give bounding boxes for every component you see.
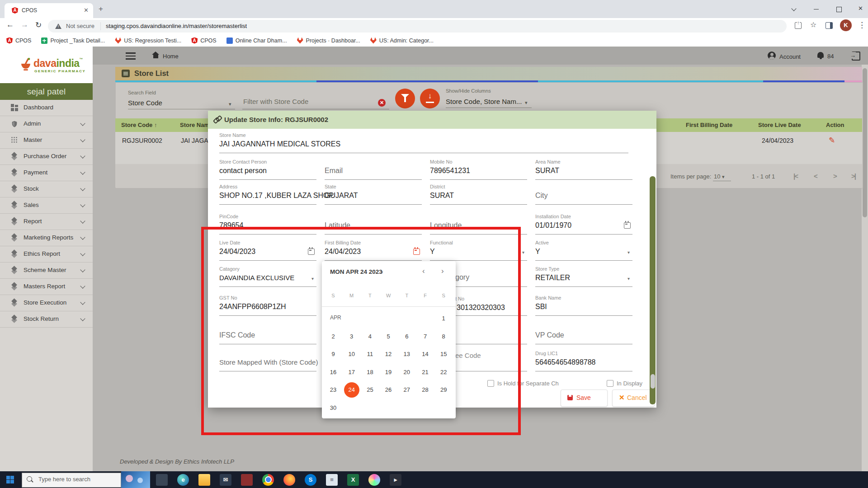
taskbar-icon-edge[interactable]: e — [177, 474, 189, 486]
column-store-live-date[interactable]: Store Live Date — [758, 118, 801, 132]
next-page-icon[interactable]: > — [833, 172, 836, 180]
filter-button[interactable] — [395, 89, 415, 108]
field-area-name[interactable]: Area Name SURAT — [535, 159, 632, 180]
minimize-button[interactable] — [814, 9, 819, 9]
sidebar-item-purchase-order[interactable]: Purchase Order — [0, 149, 93, 165]
field-district[interactable]: District SURAT — [430, 184, 527, 205]
taskbar-search-input[interactable] — [38, 475, 118, 483]
field-installation-date[interactable]: Installation Date 01/01/1970 — [535, 214, 632, 235]
address-bar[interactable]: ! Not secure staging.cpos.davaindiaonlin… — [48, 20, 787, 33]
edit-pencil-icon[interactable]: ✎ — [829, 132, 835, 149]
taskbar-icon-app-red[interactable] — [241, 474, 253, 486]
tab-close-icon[interactable]: ✕ — [84, 7, 89, 14]
taskbar-icon-tool[interactable]: ▸ — [390, 474, 401, 486]
sidebar-item-stock-return[interactable]: Stock Return — [0, 311, 93, 328]
taskbar-icon-firefox[interactable] — [283, 474, 295, 486]
prev-page-icon[interactable]: < — [814, 172, 817, 180]
browser-menu-icon[interactable]: ⋮ — [858, 20, 866, 30]
column-first-billing-date[interactable]: First Billing Date — [686, 118, 732, 132]
show-hide-columns-select[interactable]: Store Code, Store Nam... — [446, 98, 522, 105]
close-window-button[interactable]: ✕ — [858, 5, 863, 12]
taskbar-icon-chrome[interactable] — [262, 474, 274, 486]
taskbar-icon-mail[interactable]: ✉ — [220, 474, 231, 486]
taskbar-icon-sphere[interactable] — [368, 474, 380, 486]
taskbar-icon-task-view[interactable] — [156, 474, 168, 486]
back-button[interactable]: ← — [6, 20, 14, 29]
bookmark-item[interactable]: US: Regression Testi... — [115, 38, 181, 44]
cancel-button[interactable]: ✕ Cancel — [612, 389, 655, 407]
notifications-bell-icon[interactable] — [817, 52, 824, 58]
bookmark-item[interactable]: US: Admin: Categor... — [370, 38, 434, 44]
logout-icon[interactable] — [852, 52, 860, 61]
modal-scrollbar-track[interactable] — [650, 176, 656, 404]
side-panel-icon[interactable] — [826, 22, 833, 29]
sidebar-item-sales[interactable]: Sales — [0, 197, 93, 214]
sidebar-item-report[interactable]: Report — [0, 214, 93, 230]
chevron-down-icon[interactable]: ▾ — [627, 250, 630, 255]
home-icon[interactable] — [152, 52, 159, 59]
field-drug-lic1[interactable]: Drug LIC1 564654654898788 — [535, 351, 632, 371]
sidebar-item-admin[interactable]: Admin — [0, 116, 93, 132]
field-store-type[interactable]: Store Type RETAILER ▾ — [535, 266, 632, 287]
last-page-icon[interactable]: >| — [851, 172, 855, 180]
checkbox-in-display[interactable] — [607, 380, 613, 387]
browser-avatar[interactable]: K — [840, 19, 852, 31]
home-label[interactable]: Home — [163, 53, 179, 60]
account-icon[interactable] — [768, 52, 776, 60]
chevron-down-icon[interactable]: ▾ — [229, 101, 231, 107]
taskbar-icon-notepad[interactable]: ≡ — [326, 474, 338, 486]
bookmark-item[interactable]: Projects · Dashboar... — [297, 38, 360, 44]
sidebar-item-masters-report[interactable]: Masters Report — [0, 279, 93, 295]
forward-button[interactable]: → — [21, 20, 28, 29]
save-button[interactable]: Save — [561, 389, 608, 407]
taskbar-search[interactable] — [22, 473, 121, 488]
field-state[interactable]: State GUJARAT — [325, 184, 422, 205]
sidebar-item-store-execution[interactable]: Store Execution — [0, 295, 93, 311]
calendar-icon[interactable] — [624, 222, 631, 229]
field-city[interactable]: City — [535, 184, 632, 205]
sidebar-item-master[interactable]: Master — [0, 132, 93, 149]
new-tab-button[interactable]: + — [99, 5, 103, 14]
field-store-contact-person[interactable]: Store Contact Person contact person — [219, 159, 316, 180]
search-field-select[interactable]: Store Code — [128, 99, 162, 107]
field-store-name[interactable]: Store Name JAI JAGANNATH MEDICAL STORES — [219, 132, 628, 153]
bookmark-item[interactable]: ACPOS — [191, 38, 216, 44]
jellyfish-thumbnail[interactable] — [121, 471, 150, 488]
sidebar-item-ethics-report[interactable]: Ethics Report — [0, 246, 93, 263]
chevron-down-icon[interactable]: ▾ — [522, 250, 524, 255]
browser-tab[interactable]: A CPOS ✕ — [5, 3, 93, 18]
account-label[interactable]: Account — [779, 53, 801, 60]
clear-filter-icon[interactable]: ✕ — [378, 99, 386, 107]
sidebar-item-payment[interactable]: Payment — [0, 165, 93, 181]
not-secure-label[interactable]: Not secure — [66, 23, 94, 29]
field-active[interactable]: Active Y ▾ — [535, 240, 632, 261]
filter-input[interactable] — [242, 97, 380, 106]
bookmark-star-icon[interactable]: ☆ — [810, 20, 816, 29]
sidebar-item-dashboard[interactable]: Dashboard — [0, 100, 93, 116]
sidebar-item-stock[interactable]: Stock — [0, 181, 93, 197]
hamburger-menu-icon[interactable] — [126, 52, 136, 61]
maximize-button[interactable] — [836, 7, 842, 12]
bookmark-item[interactable]: ACPOS — [6, 38, 31, 44]
bookmark-item[interactable]: Online Char Dham... — [226, 38, 287, 44]
reload-button[interactable]: ↻ — [35, 20, 42, 30]
chevron-down-icon[interactable]: ▾ — [525, 100, 528, 106]
first-page-icon[interactable]: |< — [793, 172, 797, 180]
items-per-page-select[interactable]: 10 ▾ — [713, 173, 731, 181]
column-store-code[interactable]: Store Code ↑ — [121, 118, 157, 132]
field-address[interactable]: Address SHOP NO.17 ,KUBER LAZA SHOP — [219, 184, 316, 205]
chevron-down-icon[interactable]: ▾ — [627, 276, 630, 281]
sidebar-item-scheme-master[interactable]: Scheme Master — [0, 263, 93, 279]
start-button[interactable] — [6, 476, 14, 483]
modal-scrollbar-thumb[interactable] — [651, 374, 655, 389]
sidebar-item-marketing-reports[interactable]: Marketing Reports — [0, 230, 93, 246]
taskbar-icon-skype[interactable]: S — [305, 474, 316, 486]
field-mobile-no[interactable]: Mobile No 7896541231 — [430, 159, 527, 180]
taskbar-icon-file-explorer[interactable] — [198, 474, 210, 486]
download-button[interactable]: ↓ — [420, 89, 440, 108]
tab-search-icon[interactable] — [791, 6, 796, 11]
field-vp-code[interactable]: VP Code — [535, 324, 632, 344]
field-email[interactable]: Email — [325, 159, 422, 180]
bookmark-item[interactable]: Project _Task Detail... — [41, 38, 105, 44]
url-text[interactable]: staging.cpos.davaindiaonline.in/master/s… — [106, 23, 247, 29]
